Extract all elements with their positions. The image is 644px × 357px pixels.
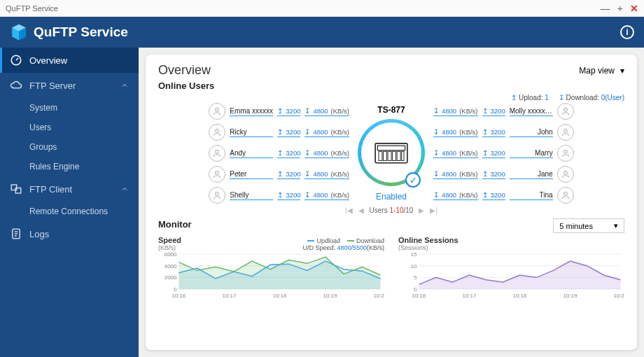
avatar-icon [209, 124, 225, 141]
svg-point-20 [564, 171, 567, 174]
minimize-button[interactable]: — [601, 3, 610, 14]
pager-range: 1-10 [389, 206, 403, 214]
user-row[interactable]: Tina↥3200↧4800(KB/s) [433, 187, 574, 204]
sidebar-item-ftpclient[interactable]: FTP Client [0, 176, 139, 202]
avatar-icon [209, 103, 225, 120]
titlebar: QuFTP Service — + ✕ [0, 0, 644, 17]
download-speed: ↧4800(KB/s) [304, 191, 349, 200]
svg-text:10:20: 10:20 [613, 293, 624, 299]
sessions-chart-svg: 05101510:1610:1710:1810:1910:20 [398, 251, 624, 299]
chevron-up-icon [120, 81, 129, 90]
info-icon[interactable]: i [620, 25, 634, 39]
sidebar-item-overview[interactable]: Overview [0, 48, 139, 73]
download-arrow-icon: ↧ [559, 94, 564, 102]
svg-rect-13 [388, 151, 391, 160]
user-row[interactable]: Jane↥3200↧4800(KB/s) [433, 166, 574, 183]
upload-arrow-icon: ↥ [482, 128, 488, 136]
main-content: Overview Map view ▾ Online Users ↥ Uploa… [146, 55, 637, 350]
sidebar-label: Overview [29, 55, 67, 66]
nas-device-icon [374, 140, 409, 165]
sidebar-sub-remote[interactable]: Remote Connections [0, 202, 139, 221]
close-button[interactable]: ✕ [630, 3, 638, 14]
upload-arrow-icon: ↥ [277, 191, 283, 199]
user-row[interactable]: Andy↥3200↧4800(KB/s) [209, 145, 349, 162]
page-title: Overview [158, 63, 211, 78]
chevron-down-icon: ▾ [614, 221, 618, 230]
upload-speed: ↥3200 [482, 128, 505, 137]
view-selector[interactable]: Map view ▾ [579, 66, 624, 76]
svg-rect-16 [402, 151, 404, 160]
svg-point-18 [564, 129, 567, 132]
sidebar-sub-users[interactable]: Users [0, 118, 139, 137]
download-arrow-icon: ↧ [433, 170, 439, 178]
svg-rect-14 [393, 151, 396, 160]
sidebar-label: FTP Server [29, 80, 76, 91]
pager-label: Users [370, 206, 388, 214]
sessions-chart-unit: (Sessions) [398, 244, 624, 251]
download-speed: ↧4800(KB/s) [433, 170, 478, 179]
svg-text:0: 0 [414, 286, 417, 293]
upload-arrow-icon: ↥ [277, 170, 283, 178]
sidebar-sub-system[interactable]: System [0, 98, 139, 118]
view-selector-label: Map view [579, 66, 615, 76]
online-users-heading: Online Users [158, 80, 624, 91]
sidebar-item-logs[interactable]: Logs [0, 221, 139, 246]
download-speed: ↧4800(KB/s) [304, 107, 349, 116]
time-range-select[interactable]: 5 minutes ▾ [553, 218, 624, 233]
download-arrow-icon: ↧ [304, 191, 310, 199]
download-arrow-icon: ↧ [304, 170, 310, 178]
avatar-icon [557, 166, 574, 183]
user-row[interactable]: John↥3200↧4800(KB/s) [433, 124, 574, 141]
upload-arrow-icon: ↥ [511, 94, 517, 102]
download-speed: ↧4800(KB/s) [433, 191, 478, 200]
check-badge-icon: ✓ [405, 172, 421, 188]
svg-text:4000: 4000 [164, 263, 177, 270]
gauge-icon [10, 54, 22, 66]
legend-upload: Updload [316, 237, 340, 244]
svg-point-7 [216, 171, 219, 174]
svg-rect-10 [377, 146, 405, 150]
user-row[interactable]: Ricky↥3200↧4800(KB/s) [209, 124, 349, 141]
chevron-up-icon [120, 185, 129, 193]
user-row[interactable]: Molly xxxxxx...↥3200↧4800(KB/s) [433, 103, 574, 120]
avatar-icon [209, 166, 225, 183]
speed-chart-svg: 020004000600010:1610:1710:1810:1910:20 [158, 251, 384, 299]
user-name: Ricky [230, 128, 273, 137]
svg-text:10:17: 10:17 [222, 293, 237, 299]
upload-download-summary: ↥ Upload: 1 ↧ Download: 0(User) [158, 94, 624, 102]
sidebar-sub-rules[interactable]: Rules Engine [0, 157, 139, 176]
sidebar: Overview FTP Server System Users Groups … [0, 48, 139, 357]
user-row[interactable]: Peter↥3200↧4800(KB/s) [209, 166, 349, 183]
legend-download: Download [356, 237, 384, 244]
sessions-chart: Online Sessions (Sessions) 05101510:1610… [398, 236, 624, 302]
download-arrow-icon: ↧ [433, 191, 439, 199]
user-name: Molly xxxxxx... [510, 107, 553, 116]
sidebar-item-ftpserver[interactable]: FTP Server [0, 73, 139, 98]
upload-speed: ↥3200 [482, 107, 505, 116]
avatar-icon [209, 187, 225, 204]
app-title: QuFTP Service [34, 24, 128, 40]
user-row[interactable]: Shelly↥3200↧4800(KB/s) [209, 187, 349, 204]
download-speed: ↧4800(KB/s) [433, 128, 478, 137]
hub-status: Enabled [376, 192, 407, 202]
sidebar-sub-groups[interactable]: Groups [0, 137, 139, 157]
maximize-button[interactable]: + [617, 3, 623, 14]
titlebar-appname: QuFTP Service [6, 4, 58, 13]
svg-text:10:16: 10:16 [172, 293, 186, 299]
app-logo-icon [10, 23, 28, 41]
speed-chart-title: Speed [158, 236, 181, 244]
pager-next[interactable]: ▶ [419, 206, 424, 214]
user-row[interactable]: Marry↥3200↧4800(KB/s) [433, 145, 574, 162]
pager-prev[interactable]: ◀ [358, 206, 364, 214]
upload-arrow-icon: ↥ [482, 107, 488, 115]
avatar-icon [209, 145, 225, 162]
upload-arrow-icon: ↥ [277, 107, 283, 115]
pager-last[interactable]: ▶| [430, 206, 438, 214]
user-row[interactable]: Emma xxxxxx↥3200↧4800(KB/s) [209, 103, 349, 120]
user-map: Emma xxxxxx↥3200↧4800(KB/s)Ricky↥3200↧48… [158, 103, 624, 204]
download-arrow-icon: ↧ [304, 149, 310, 157]
logs-icon [10, 227, 22, 240]
svg-point-4 [216, 108, 219, 111]
pager-first[interactable]: |◀ [345, 206, 353, 214]
upload-speed: ↥3200 [482, 149, 505, 158]
